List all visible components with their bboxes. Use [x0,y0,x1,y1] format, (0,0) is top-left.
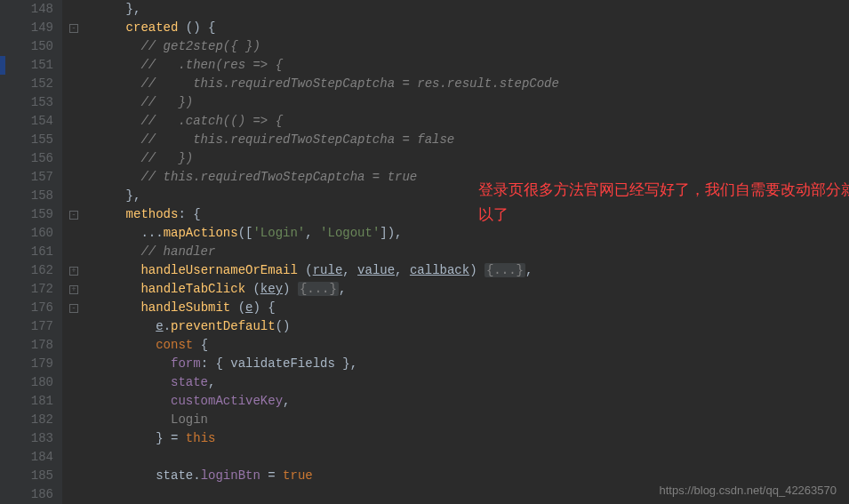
code-line: customActiveKey, [89,392,849,411]
line-number: 150 [23,37,53,56]
line-number: 178 [23,336,53,355]
code-line: handleTabClick (key) {...}, [89,280,849,299]
line-number: 151 [23,56,53,75]
code-content[interactable]: }, created () { // get2step({ }) // .the… [89,0,849,504]
code-line: ...mapActions(['Login', 'Logout']), [89,224,849,243]
line-number: 148 [23,0,53,19]
code-line: } = this [89,429,849,448]
line-number-gutter: 148 149 150 151 152 153 154 155 156 157 … [12,0,62,504]
code-line: // }) [89,149,849,168]
code-line: state.loginBtn = true [89,467,849,485]
line-number: 183 [23,429,53,448]
code-editor[interactable]: 148 149 150 151 152 153 154 155 156 157 … [0,0,849,504]
line-number: 185 [23,467,53,485]
code-line: // this.requiredTwoStepCaptcha = true [89,168,849,187]
line-number: 153 [23,93,53,112]
line-number: 158 [23,187,53,205]
line-number: 180 [23,373,53,392]
line-number: 177 [23,317,53,336]
folded-region[interactable]: {...} [485,263,525,277]
code-line: state, [89,373,849,392]
line-number: 157 [23,168,53,187]
code-line: }, [89,0,849,19]
code-line: form: { validateFields }, [89,355,849,373]
code-line: // this.requiredTwoStepCaptcha = false [89,131,849,149]
code-line: created () { [89,19,849,37]
code-line: // .then(res => { [89,56,849,75]
line-number: 155 [23,131,53,149]
fold-collapse-icon[interactable]: - [69,24,78,33]
code-line: // get2step({ }) [89,37,849,56]
fold-gutter[interactable]: - - + + - [62,0,89,504]
line-number: 159 [23,205,53,224]
line-number: 186 [23,485,53,504]
line-number: 149 [23,19,53,37]
breakpoint-gutter[interactable] [0,0,12,504]
code-line: // }) [89,93,849,112]
code-line [89,448,849,467]
code-line: // .catch(() => { [89,112,849,131]
line-number: 182 [23,411,53,429]
line-number: 176 [23,299,53,317]
folded-region[interactable]: {...} [298,282,339,296]
code-line: handleUsernameOrEmail (rule, value, call… [89,261,849,280]
code-line: e.preventDefault() [89,317,849,336]
code-line: // handler [89,243,849,261]
line-number: 160 [23,224,53,243]
fold-expand-icon[interactable]: + [69,267,78,276]
code-line: }, [89,187,849,205]
code-line: const { [89,336,849,355]
code-line: // this.requiredTwoStepCaptcha = res.res… [89,75,849,93]
line-number: 154 [23,112,53,131]
line-number: 181 [23,392,53,411]
code-line: Login [89,411,849,429]
line-number: 172 [23,280,53,299]
fold-collapse-icon[interactable]: - [69,211,78,220]
fold-expand-icon[interactable]: + [69,285,78,294]
code-line: methods: { [89,205,849,224]
watermark-text: https://blog.csdn.net/qq_42263570 [660,484,837,497]
line-number: 179 [23,355,53,373]
gutter-highlight [0,56,5,75]
fold-collapse-icon[interactable]: - [69,304,78,313]
code-line: handleSubmit (e) { [89,299,849,317]
line-number: 156 [23,149,53,168]
line-number: 152 [23,75,53,93]
line-number: 161 [23,243,53,261]
line-number: 184 [23,448,53,467]
line-number: 162 [23,261,53,280]
